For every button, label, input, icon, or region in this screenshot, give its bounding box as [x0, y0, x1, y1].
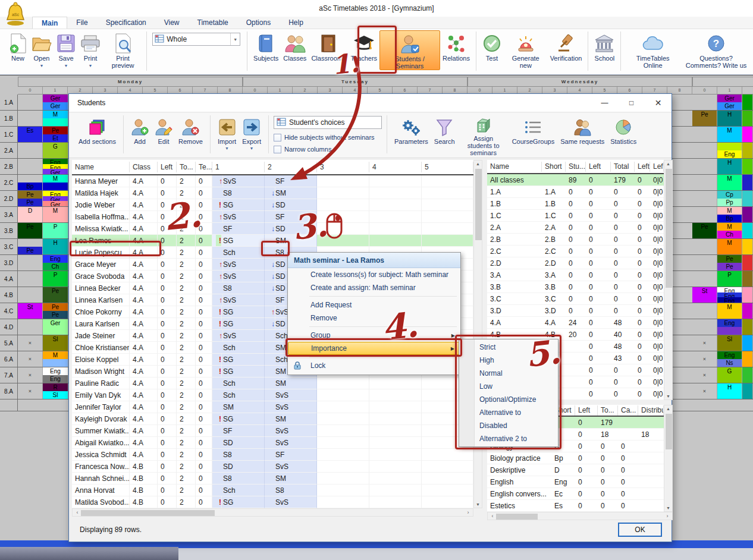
class-row[interactable]: 1.B1.B00000|0 — [487, 198, 664, 210]
student-cell[interactable]: 0 — [158, 330, 177, 342]
column-header-short[interactable]: Short — [542, 162, 566, 172]
student-cell[interactable]: 0 — [158, 199, 177, 211]
student-cell[interactable]: 0 — [158, 461, 177, 473]
class-cell[interactable]: 2.B — [542, 234, 566, 246]
subject-cell[interactable]: 0 — [618, 476, 638, 488]
timetable-cell[interactable] — [692, 175, 717, 190]
class-cell[interactable]: 2.D — [487, 257, 542, 269]
subject-cell[interactable] — [638, 476, 664, 488]
seminar-cell-empty[interactable] — [422, 485, 473, 496]
student-cell[interactable]: 4.A — [130, 175, 158, 187]
student-cell[interactable]: Lea Ramos — [72, 235, 130, 247]
subject-cell[interactable]: 0 — [575, 500, 598, 512]
class-row[interactable]: 2.D2.D00000|0 — [487, 257, 664, 269]
student-cell[interactable]: 2 — [177, 425, 196, 437]
student-cell[interactable]: 2 — [177, 449, 196, 461]
class-cell[interactable]: 0 — [566, 222, 586, 234]
student-cell[interactable]: 0 — [158, 342, 177, 354]
class-cell[interactable]: 3.C — [487, 293, 542, 305]
timetable-cell[interactable]: H — [717, 159, 742, 174]
timetable-cell[interactable] — [18, 319, 43, 335]
seminar-cell[interactable]: SM — [265, 473, 317, 485]
seminar-cell-empty[interactable] — [422, 496, 473, 508]
seminar-cell-empty[interactable] — [317, 496, 369, 508]
class-cell[interactable]: 1.C — [487, 210, 542, 222]
student-cell[interactable]: 4.A — [130, 425, 158, 437]
timetable-cell[interactable]: EngEng — [43, 367, 68, 383]
class-cell[interactable]: 0|0 — [650, 364, 664, 376]
parameters-button[interactable]: Parameters — [391, 114, 431, 156]
class-cell[interactable] — [566, 364, 586, 376]
class-cell[interactable]: 0|0 — [650, 222, 664, 234]
student-cell[interactable]: 0 — [158, 235, 177, 247]
seminar-cell[interactable]: SF — [212, 223, 265, 235]
seminar-cell-empty[interactable] — [317, 187, 369, 199]
student-cell[interactable]: 0 — [158, 318, 177, 330]
seminar-cell[interactable]: SM — [265, 413, 317, 425]
seminar-cell[interactable]: SD — [212, 437, 265, 449]
seminar-cell[interactable]: SvS — [265, 461, 317, 473]
seminar-cell-empty[interactable] — [317, 437, 369, 449]
timetable-cell[interactable] — [692, 95, 717, 110]
seminar-cell-empty[interactable] — [369, 401, 422, 413]
student-row[interactable]: Emily Van Dyk4.A020SchSvS — [72, 389, 473, 401]
timetable-cell[interactable] — [692, 191, 717, 206]
seminar-cell[interactable]: ↑SvS — [212, 270, 265, 282]
timetable-cell[interactable]: St — [692, 287, 717, 303]
class-cell[interactable]: 3.A — [542, 269, 566, 281]
column-header-2[interactable]: 2 — [265, 162, 317, 172]
subject-row[interactable]: EnglishEng000 — [487, 476, 664, 488]
student-cell[interactable]: Matilda Hajek — [72, 187, 130, 199]
timetable-cell[interactable] — [692, 143, 717, 158]
student-row[interactable]: Isabella Hoffma...4.A020↑SvSSF — [72, 211, 473, 223]
class-cell[interactable]: 0 — [586, 293, 611, 305]
class-cell[interactable]: 0|0 — [650, 317, 664, 329]
class-cell[interactable]: 2.D — [542, 257, 566, 269]
timetable-cell[interactable]: RSl — [43, 383, 68, 399]
timetable-cell[interactable]: × — [692, 383, 717, 399]
assign-students-to-seminars-button[interactable]: Assign students to seminars — [458, 114, 509, 156]
students-seminars-button[interactable]: Students / Seminars — [379, 30, 440, 70]
seminar-cell[interactable]: !SG — [212, 413, 265, 425]
class-cell[interactable]: 0 — [635, 210, 650, 222]
seminar-cell[interactable]: ↑SvS — [212, 175, 265, 187]
student-cell[interactable]: Emily Van Dyk — [72, 389, 130, 401]
class-cell[interactable]: 0 — [611, 222, 635, 234]
open-button[interactable]: Open▼ — [29, 30, 54, 70]
class-cell[interactable]: 0|0 — [650, 198, 664, 210]
timetable-cell[interactable] — [692, 271, 717, 287]
timetable-cell[interactable] — [742, 111, 753, 126]
menu-item-lock[interactable]: Lock — [288, 359, 460, 372]
class-cell[interactable]: 0 — [635, 269, 650, 281]
class-cell[interactable]: 0 — [586, 186, 611, 198]
student-cell[interactable]: Jade Steiner — [72, 330, 130, 342]
class-cell[interactable]: 1.A — [542, 186, 566, 198]
seminar-cell-empty[interactable] — [317, 377, 369, 389]
timetable-cell[interactable]: Pe — [43, 287, 68, 303]
timetable-cell[interactable]: Ger — [43, 319, 68, 335]
class-cell[interactable]: 0|0 — [650, 186, 664, 198]
print-button[interactable]: Print▼ — [78, 30, 103, 70]
timetable-cell[interactable]: Sl — [717, 335, 742, 351]
import-button[interactable]: Import▼ — [215, 114, 239, 156]
student-cell[interactable]: 2 — [177, 473, 196, 485]
seminar-cell[interactable]: S8 — [212, 187, 265, 199]
class-row[interactable]: 2.B2.B00000|0 — [487, 234, 664, 246]
submenu-item-optional-optimize[interactable]: Optional/Optimize — [459, 393, 558, 406]
column-header-to[interactable]: To... — [177, 162, 196, 172]
class-cell[interactable]: 0|0 — [650, 293, 664, 305]
timetable-cell[interactable]: × — [18, 351, 43, 367]
seminar-cell-empty[interactable] — [422, 461, 473, 473]
seminar-cell-empty[interactable] — [369, 449, 422, 461]
class-row[interactable]: 4.A4.A2404800|0 — [487, 317, 664, 329]
timetable-cell[interactable]: Pe — [18, 223, 43, 238]
menu-item-create-lessons-s-for-subject-math-seminar[interactable]: Create lessons(s) for subject: Math semi… — [288, 268, 460, 281]
student-cell[interactable]: 0 — [158, 282, 177, 294]
timetable-cell[interactable] — [18, 271, 43, 287]
seminar-cell-empty[interactable] — [369, 413, 422, 425]
class-cell[interactable]: 3.A — [487, 269, 542, 281]
seminar-cell[interactable]: SF — [212, 425, 265, 437]
seminar-cell-empty[interactable] — [422, 187, 473, 199]
subject-cell[interactable]: 0 — [575, 452, 598, 464]
checkbox-box-icon[interactable] — [274, 134, 281, 141]
